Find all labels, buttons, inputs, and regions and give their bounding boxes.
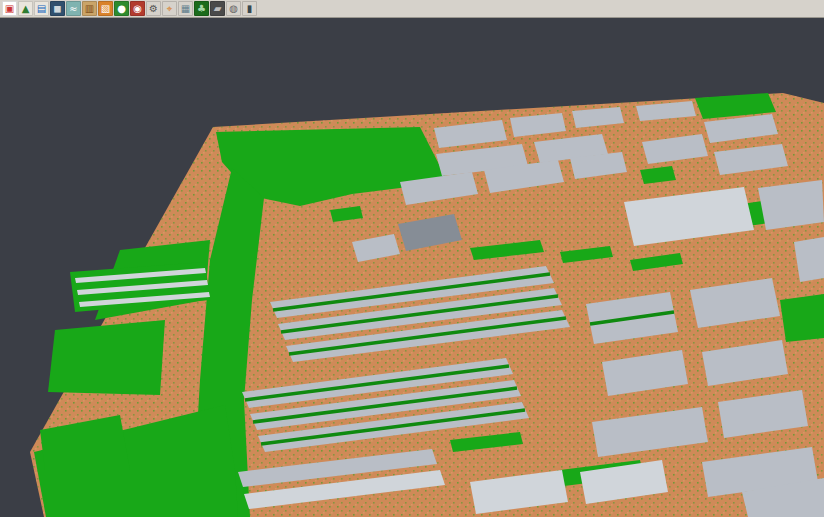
histogram-icon[interactable]: ▮ <box>242 1 257 16</box>
palette-icon[interactable]: ▥ <box>82 1 97 16</box>
terrain-view-icon[interactable]: ▲ <box>18 1 33 16</box>
orthophoto-icon[interactable]: ▧ <box>98 1 113 16</box>
classify-icon[interactable]: ● <box>114 1 129 16</box>
map-layer-icon[interactable]: ▤ <box>34 1 49 16</box>
globe-icon[interactable]: ◍ <box>226 1 241 16</box>
viewport-3d[interactable] <box>0 18 824 517</box>
open-project-icon[interactable]: ▣ <box>2 1 17 16</box>
selection-box-icon[interactable]: ⌖ <box>162 1 177 16</box>
sphere-icon[interactable]: ◉ <box>130 1 145 16</box>
water-surface-icon[interactable]: ≈ <box>66 1 81 16</box>
mesh-icon[interactable]: ◼ <box>50 1 65 16</box>
settings-icon[interactable]: ⚙ <box>146 1 161 16</box>
grid-icon[interactable]: ▦ <box>178 1 193 16</box>
scene-canvas <box>0 18 824 517</box>
toolbar: ▣▲▤◼≈▥▧●◉⚙⌖▦♣▰◍▮ <box>0 0 824 18</box>
dem-icon[interactable]: ▰ <box>210 1 225 16</box>
vegetation-icon[interactable]: ♣ <box>194 1 209 16</box>
